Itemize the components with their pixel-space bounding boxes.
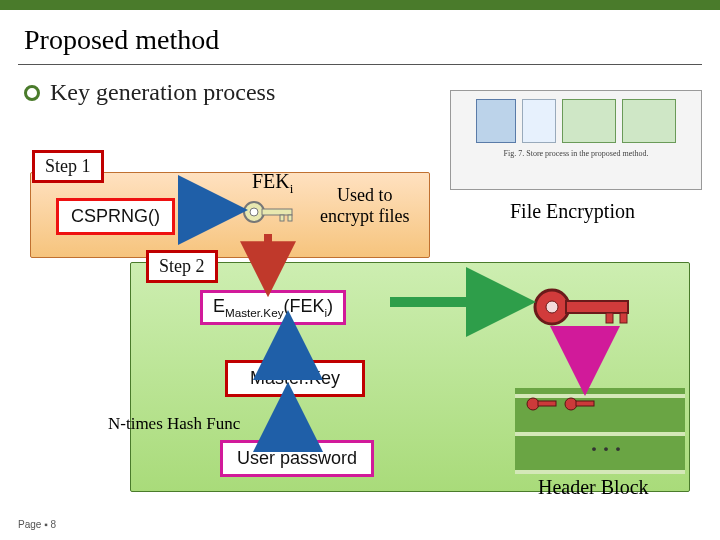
diagram-stage: Step 1 CSPRNG() FEKi Used to encrypt fil… bbox=[30, 150, 690, 490]
page-footer: Page ▪ 8 bbox=[18, 519, 56, 530]
subtitle: Key generation process bbox=[50, 79, 275, 106]
page-title: Proposed method bbox=[0, 10, 720, 60]
arrows-layer bbox=[30, 150, 690, 490]
bullet-icon bbox=[24, 85, 40, 101]
accent-bar bbox=[0, 0, 720, 10]
